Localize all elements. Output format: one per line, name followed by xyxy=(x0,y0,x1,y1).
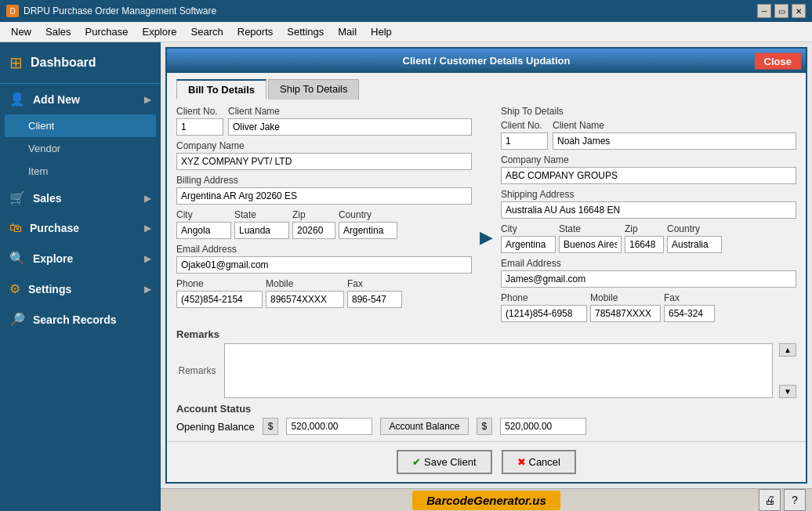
remarks-scroll-up[interactable]: ▲ xyxy=(779,343,796,357)
save-client-button[interactable]: ✔ Save Client xyxy=(397,450,491,474)
sidebar-item-settings[interactable]: ⚙ Settings ▶ xyxy=(0,274,161,304)
bill-company-input[interactable] xyxy=(176,153,472,170)
sidebar-item-explore[interactable]: 🔍 Explore ▶ xyxy=(0,243,161,274)
ship-state-input[interactable] xyxy=(559,236,622,253)
bill-city-group: City xyxy=(176,209,231,239)
close-window-button[interactable]: ✕ xyxy=(792,4,806,18)
menu-settings[interactable]: Settings xyxy=(281,24,330,39)
menu-sales[interactable]: Sales xyxy=(39,24,78,39)
sidebar-settings-label: Settings xyxy=(28,283,71,295)
sidebar-item-item[interactable]: Item xyxy=(0,160,161,183)
sidebar-item-client[interactable]: Client xyxy=(5,114,156,137)
menu-explore[interactable]: Explore xyxy=(136,24,183,39)
sidebar-search-records-label: Search Records xyxy=(33,313,117,326)
bill-city-input[interactable] xyxy=(176,222,231,239)
search-records-icon: 🔎 xyxy=(9,312,25,327)
account-row: Opening Balance $ Account Balance $ xyxy=(176,418,796,435)
bill-state-input[interactable] xyxy=(234,222,289,239)
bill-client-no-label: Client No. xyxy=(176,106,223,117)
account-status-label: Account Status xyxy=(176,403,796,415)
sales-icon: 🛒 xyxy=(9,190,25,205)
print-button[interactable]: 🖨 xyxy=(759,489,781,511)
ship-country-input[interactable] xyxy=(667,236,722,253)
ship-client-row: Client No. Client Name xyxy=(501,120,796,150)
ship-state-label: State xyxy=(559,223,622,234)
account-balance-currency: $ xyxy=(477,418,493,435)
dialog: Client / Customer Details Updation Close… xyxy=(165,47,807,484)
ship-city-group: City xyxy=(501,223,556,253)
bill-client-no-input[interactable] xyxy=(176,118,223,136)
bill-country-input[interactable] xyxy=(339,222,397,239)
close-dialog-button[interactable]: Close xyxy=(755,53,801,69)
dashboard-icon: ⊞ xyxy=(9,53,23,72)
bill-country-group: Country xyxy=(339,209,397,239)
ship-zip-input[interactable] xyxy=(625,236,664,253)
sidebar-item-vendor[interactable]: Vendor xyxy=(0,137,161,160)
sidebar-item-add-new[interactable]: 👤 Add New ▶ xyxy=(0,84,161,114)
menu-reports[interactable]: Reports xyxy=(231,24,280,39)
bill-mobile-input[interactable] xyxy=(266,291,344,308)
ship-company-group: Company Name xyxy=(501,154,796,184)
remarks-scroll-down[interactable]: ▼ xyxy=(779,385,796,398)
menu-purchase[interactable]: Purchase xyxy=(79,24,135,39)
ship-client-no-input[interactable] xyxy=(501,132,548,150)
bill-state-group: State xyxy=(234,209,289,239)
tab-bill-to[interactable]: Bill To Details xyxy=(176,79,266,100)
ship-phone-row: Phone Mobile Fax xyxy=(501,292,796,322)
account-balance-input[interactable] xyxy=(500,418,586,435)
title-bar-left: D DRPU Purchase Order Management Softwar… xyxy=(6,5,216,17)
remarks-textarea[interactable] xyxy=(224,343,773,398)
cancel-button[interactable]: ✖ Cancel xyxy=(502,450,576,474)
ship-fax-input[interactable] xyxy=(664,305,715,322)
ship-city-input[interactable] xyxy=(501,236,556,253)
bill-client-no-group: Client No. xyxy=(176,106,223,136)
purchase-arrow-icon: ▶ xyxy=(144,223,151,234)
bill-to-column: Client No. Client Name Company Name xyxy=(176,106,472,322)
bill-address-input[interactable] xyxy=(176,187,472,205)
sales-arrow-icon: ▶ xyxy=(144,193,151,204)
ship-address-input[interactable] xyxy=(501,201,796,219)
bill-phone-input[interactable] xyxy=(176,291,263,308)
ship-client-name-input[interactable] xyxy=(553,132,796,150)
account-status-section: Account Status Opening Balance $ Account… xyxy=(176,403,796,435)
explore-arrow-icon: ▶ xyxy=(144,253,151,264)
menu-mail[interactable]: Mail xyxy=(332,24,363,39)
ship-mobile-input[interactable] xyxy=(590,305,661,322)
menu-search[interactable]: Search xyxy=(185,24,230,39)
sidebar-dashboard[interactable]: ⊞ Dashboard xyxy=(0,42,161,84)
account-balance-button[interactable]: Account Balance xyxy=(380,418,468,435)
minimize-button[interactable]: ─ xyxy=(757,4,771,18)
ship-address-group: Shipping Address xyxy=(501,189,796,219)
tab-bar: Bill To Details Ship To Details xyxy=(176,79,796,100)
ship-email-label: Email Address xyxy=(501,258,796,269)
remarks-label: Remarks xyxy=(176,343,218,398)
main-layout: ⊞ Dashboard 👤 Add New ▶ Client Vendor It… xyxy=(0,42,812,511)
app-icon: D xyxy=(6,5,19,17)
dialog-body: Bill To Details Ship To Details Client N… xyxy=(167,73,806,441)
menu-new[interactable]: New xyxy=(5,24,38,39)
tab-ship-to[interactable]: Ship To Details xyxy=(268,79,359,100)
sidebar-explore-label: Explore xyxy=(33,252,73,265)
bill-zip-input[interactable] xyxy=(292,222,335,239)
bill-country-label: Country xyxy=(339,209,397,220)
bill-client-name-input[interactable] xyxy=(228,118,472,136)
ship-email-input[interactable] xyxy=(501,270,796,288)
maximize-button[interactable]: ▭ xyxy=(774,4,788,18)
bill-fax-input[interactable] xyxy=(347,291,402,308)
sidebar-item-sales[interactable]: 🛒 Sales ▶ xyxy=(0,183,161,213)
sidebar-item-search-records[interactable]: 🔎 Search Records xyxy=(0,304,161,335)
ship-city-state-row: City State Zip xyxy=(501,223,796,253)
column-arrow: ▶ xyxy=(480,106,493,322)
bill-email-input[interactable] xyxy=(176,256,472,274)
bill-fax-label: Fax xyxy=(347,278,402,289)
sidebar: ⊞ Dashboard 👤 Add New ▶ Client Vendor It… xyxy=(0,42,161,511)
ship-country-label: Country xyxy=(667,223,722,234)
menu-help[interactable]: Help xyxy=(364,24,398,39)
add-new-arrow-icon: ▶ xyxy=(144,94,151,105)
ship-company-input[interactable] xyxy=(501,167,796,184)
ship-address-label: Shipping Address xyxy=(501,189,796,200)
sidebar-item-purchase[interactable]: 🛍 Purchase ▶ xyxy=(0,213,161,243)
ship-phone-input[interactable] xyxy=(501,305,587,322)
help-button[interactable]: ? xyxy=(784,489,806,511)
opening-balance-input[interactable] xyxy=(286,418,372,435)
